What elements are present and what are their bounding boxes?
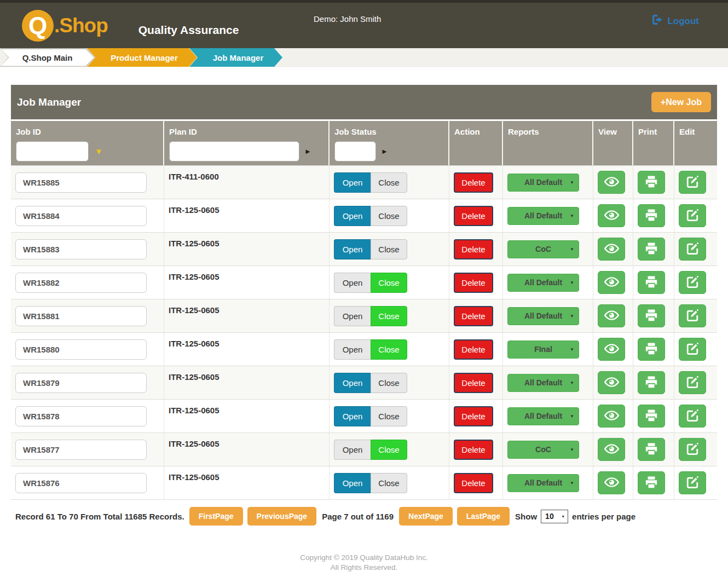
close-button[interactable]: Close xyxy=(371,239,407,259)
previous-page-button[interactable]: PreviousPage xyxy=(247,507,317,526)
job-id-input[interactable] xyxy=(15,473,147,493)
print-button[interactable] xyxy=(638,438,665,461)
breadcrumb-product-manager[interactable]: Product Manager xyxy=(87,48,197,67)
open-button[interactable]: Open xyxy=(334,473,371,493)
close-button[interactable]: Close xyxy=(371,206,407,226)
edit-pencil-icon-button[interactable] xyxy=(679,171,706,194)
copyright-line1: Copyright © 2019 Quality DataHub Inc. xyxy=(0,553,728,563)
open-button[interactable]: Open xyxy=(334,406,371,426)
print-button[interactable] xyxy=(638,405,665,428)
print-button[interactable] xyxy=(638,471,665,494)
job-id-input[interactable] xyxy=(15,206,147,226)
first-page-button[interactable]: FirstPage xyxy=(189,507,243,526)
job-id-input[interactable] xyxy=(15,373,147,393)
edit-pencil-icon-button[interactable] xyxy=(679,405,706,428)
edit-pencil-icon-button[interactable] xyxy=(679,304,706,327)
open-button[interactable]: Open xyxy=(334,339,371,360)
edit-pencil-icon-button[interactable] xyxy=(679,371,706,394)
reports-dropdown[interactable]: FInal ▼ xyxy=(507,340,579,359)
job-id-input[interactable] xyxy=(15,406,147,426)
qshop-logo[interactable]: Q .Shop xyxy=(22,10,108,42)
reports-dropdown[interactable]: CoC ▼ xyxy=(507,240,579,258)
close-button[interactable]: Close xyxy=(371,273,407,293)
close-button[interactable]: Close xyxy=(371,373,407,393)
close-button[interactable]: Close xyxy=(371,406,407,426)
view-button[interactable] xyxy=(598,405,625,428)
last-page-button[interactable]: LastPage xyxy=(457,507,510,526)
job-id-input[interactable] xyxy=(15,440,147,460)
print-button[interactable] xyxy=(638,171,665,194)
delete-button[interactable]: Delete xyxy=(454,373,493,393)
print-button[interactable] xyxy=(638,204,665,227)
reports-dropdown[interactable]: CoC ▼ xyxy=(507,441,579,459)
close-button[interactable]: Close xyxy=(371,339,407,360)
reports-dropdown[interactable]: All Default ▼ xyxy=(507,407,579,425)
view-button[interactable] xyxy=(598,238,625,261)
delete-button[interactable]: Delete xyxy=(454,273,493,293)
print-button[interactable] xyxy=(638,338,665,361)
close-button[interactable]: Close xyxy=(371,440,407,460)
edit-pencil-icon-button[interactable] xyxy=(679,271,706,294)
reports-dropdown[interactable]: All Default ▼ xyxy=(507,374,579,392)
reports-dropdown[interactable]: All Default ▼ xyxy=(507,207,579,225)
view-button[interactable] xyxy=(598,171,625,194)
job-id-input[interactable] xyxy=(15,273,147,293)
reports-dropdown[interactable]: All Default ▼ xyxy=(507,174,579,192)
delete-button[interactable]: Delete xyxy=(454,440,493,460)
job-id-input[interactable] xyxy=(15,239,147,259)
reports-dropdown[interactable]: All Default ▼ xyxy=(507,307,579,325)
breadcrumb-job-manager[interactable]: Job Manager xyxy=(189,48,282,67)
plan-id-cell: ITR-125-0605 xyxy=(164,366,330,399)
breadcrumb-qshop-main[interactable]: Q.Shop Main xyxy=(0,48,95,67)
edit-pencil-icon-button[interactable] xyxy=(679,471,706,494)
page-number-text: Page 7 out of 1169 xyxy=(322,512,394,521)
open-button[interactable]: Open xyxy=(334,306,371,326)
delete-button[interactable]: Delete xyxy=(454,206,493,226)
print-button[interactable] xyxy=(638,304,665,327)
view-button[interactable] xyxy=(598,471,625,494)
reports-dropdown[interactable]: All Default ▼ xyxy=(507,274,579,292)
job-id-filter-input[interactable] xyxy=(16,141,89,161)
plan-id-filter-input[interactable] xyxy=(169,141,299,161)
open-button[interactable]: Open xyxy=(334,206,371,226)
open-button[interactable]: Open xyxy=(334,440,371,460)
next-page-button[interactable]: NextPage xyxy=(399,507,453,526)
caret-right-icon[interactable]: ► xyxy=(381,147,388,155)
edit-pencil-icon-button[interactable] xyxy=(679,438,706,461)
reports-dropdown[interactable]: All Default ▼ xyxy=(507,474,579,492)
open-button[interactable]: Open xyxy=(334,172,371,193)
open-button[interactable]: Open xyxy=(334,239,371,259)
delete-button[interactable]: Delete xyxy=(454,339,493,360)
edit-pencil-icon-button[interactable] xyxy=(679,338,706,361)
view-button[interactable] xyxy=(598,204,625,227)
job-id-input[interactable] xyxy=(15,339,147,360)
view-button[interactable] xyxy=(598,271,625,294)
caret-right-icon[interactable]: ► xyxy=(304,147,311,155)
view-button[interactable] xyxy=(598,304,625,327)
edit-pencil-icon-button[interactable] xyxy=(679,204,706,227)
logout-button[interactable]: Logout xyxy=(651,14,699,28)
delete-button[interactable]: Delete xyxy=(454,406,493,426)
close-button[interactable]: Close xyxy=(371,473,407,493)
print-button[interactable] xyxy=(638,238,665,261)
close-button[interactable]: Close xyxy=(371,306,407,326)
edit-pencil-icon-button[interactable] xyxy=(679,238,706,261)
delete-button[interactable]: Delete xyxy=(454,473,493,493)
new-job-button[interactable]: +New Job xyxy=(651,92,711,112)
job-id-input[interactable] xyxy=(15,306,147,326)
view-button[interactable] xyxy=(598,438,625,461)
print-button[interactable] xyxy=(638,371,665,394)
open-button[interactable]: Open xyxy=(334,273,371,293)
delete-button[interactable]: Delete xyxy=(454,306,493,326)
job-id-input[interactable] xyxy=(15,172,147,193)
caret-down-icon[interactable]: ▼ xyxy=(95,147,103,156)
close-button[interactable]: Close xyxy=(371,172,407,193)
delete-button[interactable]: Delete xyxy=(454,172,493,193)
delete-button[interactable]: Delete xyxy=(454,239,493,259)
print-button[interactable] xyxy=(638,271,665,294)
view-button[interactable] xyxy=(598,371,625,394)
open-button[interactable]: Open xyxy=(334,373,371,393)
job-status-filter-input[interactable] xyxy=(334,141,376,161)
entries-per-page-select[interactable]: 10 ▼ xyxy=(541,510,568,523)
view-button[interactable] xyxy=(598,338,625,361)
